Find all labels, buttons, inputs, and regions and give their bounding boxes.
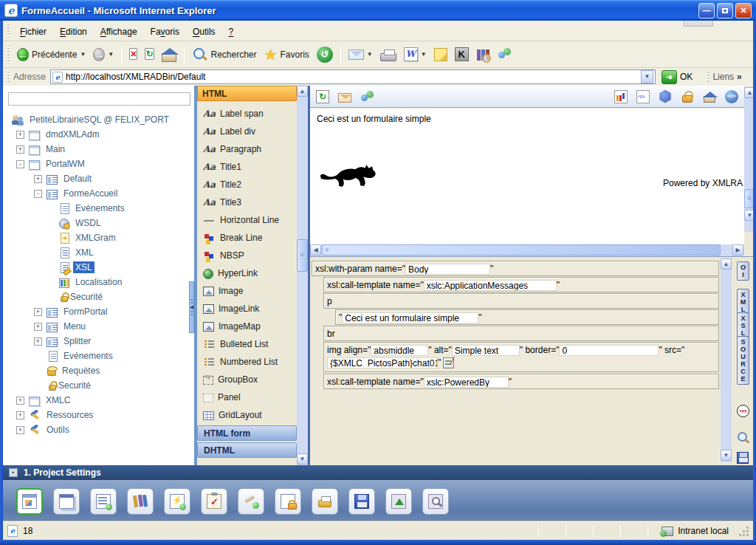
stop-button[interactable] [126,47,141,62]
dropdown-caret-icon[interactable]: ▼ [367,51,373,58]
tree-item-formeaccueil[interactable]: -FormeAccueil [3,186,194,201]
tree-item-xml[interactable]: XML [3,245,194,260]
tree-item-requtes[interactable]: Requètes [3,363,194,378]
tools-button[interactable] [238,488,264,515]
go-button[interactable]: ➜ [662,70,677,84]
palette-section-dhtml[interactable]: DHTML [197,442,297,458]
menu-item-edition[interactable]: Edition [53,24,94,39]
scroll-thumb[interactable] [297,239,308,272]
xsl-attribute-field[interactable]: Body [405,264,490,275]
palette-item-labelspan[interactable]: AaLabel span [197,105,297,123]
tree-item-securit[interactable]: Securité [3,378,194,393]
palette-item-imagemap[interactable]: ImageMap [197,318,297,335]
expand-icon[interactable]: + [16,397,24,405]
xsl-node-row[interactable]: br [323,326,719,341]
script-button[interactable] [164,488,190,515]
save-button[interactable] [348,488,375,515]
note-button[interactable] [430,47,451,63]
home-button[interactable] [158,46,180,64]
expand-icon[interactable]: + [34,323,42,331]
palette-item-numberedlist[interactable]: Numbered List [197,353,297,371]
back-button[interactable]: ←Précédente▼ [13,44,89,65]
tree-item-evnements[interactable]: Evénements [3,201,194,216]
menu-item-favoris[interactable]: Favoris [144,24,186,39]
scroll-left-icon[interactable]: ◀ [310,244,321,256]
report-icon[interactable] [636,90,650,103]
scroll-up-icon[interactable]: ▲ [297,86,308,97]
tree-item-formportal[interactable]: +FormPortal [3,304,194,319]
scroll-thumb[interactable] [322,244,721,256]
dropdown-caret-icon[interactable]: ▼ [108,51,114,58]
security-button[interactable] [275,488,301,515]
collapse-icon[interactable]: - [34,190,42,198]
scroll-down-icon[interactable]: ▼ [721,450,732,461]
editor-vscrollbar[interactable]: ▲ ▼ [721,258,732,462]
xsl-attribute-field[interactable]: xslc:ApplicationMessages [424,280,557,291]
archive-button[interactable] [312,488,338,515]
scroll-right-icon[interactable]: ▶ [732,244,743,256]
resources-button[interactable] [127,488,154,515]
side-tab-xml[interactable]: XML [737,289,749,315]
tree-item-evnements[interactable]: Evénements [3,349,194,363]
menu-item-fichier[interactable]: Fichier [13,24,53,39]
palette-item-labeldiv[interactable]: AaLabel div [197,123,297,140]
globe-icon[interactable] [725,90,738,103]
maximize-button[interactable] [717,3,733,18]
palette-item-imagelink[interactable]: ImageLink [197,300,297,318]
close-button[interactable]: ✕ [735,3,752,18]
tree-item-xsl[interactable]: XSL [3,260,194,275]
xsl-node-row[interactable]: xsl:call-template name="xslc:PoweredBy" [323,374,719,389]
palette-item-panel[interactable]: Panel [197,388,297,406]
collapse-icon[interactable]: - [16,160,24,168]
address-input[interactable]: e http://localhost/XMLRADBin/Default ▼ [50,69,656,84]
links-toolbar[interactable]: Liens » [700,72,741,82]
xsl-node-row[interactable]: xsl:call-template name="xslc:Application… [323,277,719,292]
tree-search-input[interactable] [8,92,190,106]
menu-item-affichage[interactable]: Affichage [94,24,144,39]
resize-grip[interactable] [739,527,749,536]
xsl-attribute-field[interactable]: {$XMLC_PictosPath}chat010.gif [327,357,438,369]
xsl-attribute-field[interactable]: 0 [559,345,659,356]
edit-word-button[interactable]: W▼ [400,46,430,63]
tree-item-menu[interactable]: +Menu [3,319,194,334]
palette-item-hyperlink[interactable]: HyperLink [197,264,297,282]
xsl-node-row[interactable]: p [323,293,719,309]
mail-button[interactable]: ▼ [345,48,377,61]
menu-item-outils[interactable]: Outils [186,24,222,39]
palette-section-html[interactable]: HTML [197,86,297,101]
xsl-node-row[interactable]: "Ceci est un formulaire simple" [335,309,719,325]
expand-icon[interactable]: + [34,337,42,346]
tree-item-outils[interactable]: +Outils [3,422,194,437]
forward-button[interactable]: →▼ [89,44,117,65]
search-button[interactable]: Rechercher [188,45,261,64]
tree-item-xmlc[interactable]: +XMLC [3,393,194,408]
research-button[interactable] [472,47,493,63]
palette-item-title1[interactable]: AaTitle1 [197,158,297,176]
tree-item-securit[interactable]: Securité [3,289,194,304]
tree-item-dmdxmladm[interactable]: +dmdXMLAdm [3,127,194,142]
expand-icon[interactable]: + [16,131,24,139]
kaspersky-button[interactable]: K [451,46,472,63]
find-button[interactable] [422,488,449,515]
xsl-attribute-field[interactable]: absmiddle [371,345,428,356]
chart-icon[interactable] [614,90,628,103]
print-button[interactable] [377,46,400,63]
side-tab-xsl[interactable]: XSL [737,312,749,339]
scroll-down-icon[interactable]: ▼ [297,453,308,465]
palette-scrollbar[interactable]: ▲ ▼ [297,86,308,465]
expand-icon[interactable]: + [16,426,24,434]
tree-item-main[interactable]: +Main [3,142,194,157]
zoom-icon[interactable] [737,431,749,444]
xsl-attribute-field[interactable]: Simple text [452,345,520,356]
tree-item-wsdl[interactable]: WSDL [3,216,194,230]
tree-item-localisation[interactable]: Localisation [3,275,194,289]
history-button[interactable]: ↺ [313,45,337,64]
palette-item-groupbox[interactable]: GroupBox [197,371,297,388]
expand-icon[interactable]: + [34,175,42,183]
preview-hscrollbar[interactable]: ◀ ▶ [310,244,744,256]
tree-item-portalwm[interactable]: -PortalWM [3,157,194,171]
xsl-node-row[interactable]: xsl:with-param name="Body" [312,261,719,276]
address-dropdown-icon[interactable]: ▼ [641,70,653,83]
palette-item-bulletedlist[interactable]: Bulleted List [197,335,297,353]
windows-button[interactable] [53,488,80,515]
